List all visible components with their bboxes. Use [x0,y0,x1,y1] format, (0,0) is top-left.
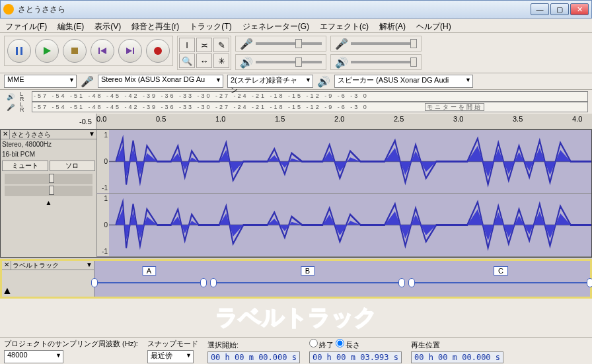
label-tag[interactable]: C [494,266,508,275]
timeline-tick: 3.5 [513,115,523,123]
meter-panel: 🔊 LR -57 -54 -51 -48 -45 -42 -39 -36 -33… [0,90,592,114]
timeline-tick: 0.0 [96,115,106,123]
mic-icon: 🎤 [81,75,94,88]
transport-toolbar [4,36,173,66]
end-radio[interactable]: 終了 [309,341,334,349]
selection-toolbar: プロジェクトのサンプリング周波数 (Hz): 48000 スナップモード 最近傍… [0,337,592,364]
label-region[interactable]: C [412,266,590,279]
length-radio[interactable]: 長さ [336,341,360,349]
snap-label: スナップモード [147,339,198,349]
speaker-icon: 🔊 [335,56,348,69]
mute-button[interactable]: ミュート [2,161,48,171]
maximize-button[interactable]: ▢ [550,3,569,15]
menu-analyze[interactable]: 解析(A) [374,18,411,32]
sel-length-field[interactable]: 00 h 00 m 03.993 s [309,351,402,363]
timeline-left-pad: -0.5 [0,114,96,129]
pan-slider[interactable] [5,186,92,196]
rec-volume-slider[interactable]: 🎤 [330,36,422,52]
audio-host-dropdown[interactable]: MME [4,75,77,88]
speaker-icon: 🔊 [317,75,330,88]
play-device-dropdown[interactable]: スピーカー (ASUS Xonar DG Audi [334,75,473,88]
tracks-area: ✕ さとうささら ▼ Stereo, 48000Hz 16-bit PCM ミュ… [0,129,592,258]
track-menu-button[interactable]: ▼ [85,261,94,270]
playback-meter[interactable]: -57 -54 -51 -48 -45 -42 -39 -36 -33 -30 … [32,91,588,102]
draw-tool-icon[interactable]: ✎ [213,38,229,52]
audio-track-header: ✕ さとうささら ▼ Stereo, 48000Hz 16-bit PCM ミュ… [1,130,97,257]
audio-position-field[interactable]: 00 h 00 m 00.000 s [411,351,503,363]
menu-gen[interactable]: ジェネレーター(G) [237,18,314,32]
audio-position-label: 再生位置 [411,340,503,350]
edit-tools: I ≍ ✎ 🔍 ↔ ✳ [177,36,231,70]
solo-button[interactable]: ソロ [50,161,96,171]
label-track-body[interactable]: ABC [94,261,590,297]
timeshift-tool-icon[interactable]: ↔ [196,54,212,68]
rec-channels-dropdown[interactable]: 2(ステレオ)録音チャン [227,75,313,88]
track-close-button[interactable]: ✕ [2,261,11,270]
svg-rect-3 [71,48,78,54]
menu-help[interactable]: ヘルプ(H) [411,18,457,32]
envelope-tool-icon[interactable]: ≍ [196,38,212,52]
mic-icon: 🎤 [335,38,348,50]
svg-rect-6 [133,48,134,54]
mic-icon: 🎤 [240,38,253,50]
svg-point-8 [154,47,162,55]
skip-start-button[interactable] [91,39,114,63]
timeline-tick: 4.0 [572,115,582,123]
label-track-header: ✕ ラベルトラック ▼ ▲ [2,261,94,297]
label-track-name[interactable]: ラベルトラック [11,261,85,270]
titlebar: さとうささら — ▢ ✕ [0,0,592,18]
selection-tool-icon[interactable]: I [179,38,195,52]
timeline-tick: 0.5 [156,115,166,123]
zoom-tool-icon[interactable]: 🔍 [179,54,195,68]
collapse-button[interactable]: ▲ [2,285,94,297]
waveform-left[interactable]: 10-1 [109,130,591,194]
menu-view[interactable]: 表示(V) [89,18,126,32]
play-button[interactable] [35,39,59,63]
sel-start-field[interactable]: 00 h 00 m 00.000 s [207,351,300,363]
menubar: ファイル(F) 編集(E) 表示(V) 録音と再生(r) トラック(T) ジェネ… [0,18,592,33]
speaker-icon: 🔊 [4,93,17,100]
record-meter[interactable]: -57 -54 -51 -48 -45 -42 -39 -36 -33 -30 … [32,102,588,112]
project-rate-dropdown[interactable]: 48000 [4,350,63,363]
toolbar-area: I ≍ ✎ 🔍 ↔ ✳ 🎤 🔊 🎤 🔊 [0,33,592,73]
waveform-right[interactable]: 10-1 [109,194,591,257]
timeline-tick: 2.5 [394,115,404,123]
rec-device-dropdown[interactable]: Stereo Mix (ASUS Xonar DG Au [98,75,223,88]
output-volume-slider[interactable]: 🔊 [330,54,422,70]
record-button[interactable] [146,39,170,63]
rec-meter-slider[interactable]: 🎤 [235,36,326,52]
menu-edit[interactable]: 編集(E) [52,18,89,32]
track-bitdepth: 16-bit PCM [1,149,96,159]
multi-tool-icon[interactable]: ✳ [213,54,229,68]
project-rate-label: プロジェクトのサンプリング周波数 (Hz): [4,339,138,349]
collapse-button[interactable]: ▲ [1,198,96,207]
play-volume-slider[interactable]: 🔊 [235,54,326,70]
annotation-callout: ラベルトラック [0,299,592,337]
stop-button[interactable] [63,39,87,63]
svg-rect-4 [98,48,100,54]
menu-file[interactable]: ファイル(F) [0,18,52,32]
track-name[interactable]: さとうささら [10,130,87,139]
speaker-icon: 🔊 [240,56,253,69]
svg-marker-5 [100,48,106,54]
menu-rec[interactable]: 録音と再生(r) [126,18,184,32]
gain-slider[interactable] [5,174,92,184]
label-tag[interactable]: A [142,266,156,275]
skip-end-button[interactable] [118,39,142,63]
mic-icon: 🎤 [4,104,17,111]
timeline-ruler[interactable]: -0.5 0.00.51.01.52.02.53.03.54.0 [0,114,592,129]
timeline-tick: 2.0 [334,115,344,123]
minimize-button[interactable]: — [531,3,549,15]
label-region[interactable]: B [213,266,402,279]
close-button[interactable]: ✕ [570,3,589,15]
label-region[interactable]: A [94,266,204,279]
pause-button[interactable] [7,39,31,63]
track-close-button[interactable]: ✕ [1,130,10,139]
menu-track[interactable]: トラック(T) [184,18,237,32]
snap-dropdown[interactable]: 最近傍 [147,350,194,363]
track-menu-button[interactable]: ▼ [87,130,96,139]
svg-rect-1 [20,47,22,55]
menu-effect[interactable]: エフェクト(c) [314,18,374,32]
window-title: さとうささら [18,4,529,15]
label-tag[interactable]: B [301,266,314,275]
